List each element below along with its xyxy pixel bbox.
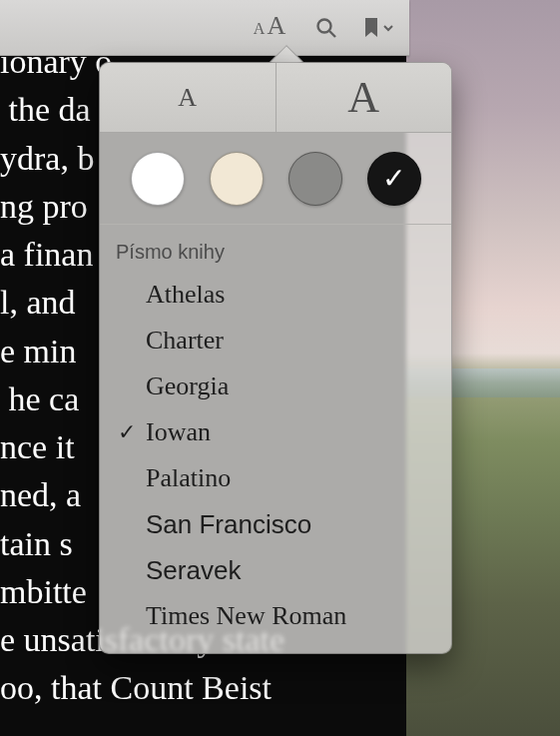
font-item-san-francisco[interactable]: San Francisco <box>100 501 451 547</box>
theme-swatch-white[interactable] <box>131 152 185 206</box>
font-item-charter[interactable]: Charter <box>100 318 451 364</box>
font-section: Písmo knihy AthelasCharterGeorgia✓IowanP… <box>100 225 451 653</box>
reader-toolbar: AA <box>0 0 409 56</box>
theme-row: ✓ <box>100 133 451 225</box>
font-section-header: Písmo knihy <box>100 235 451 272</box>
font-item-iowan[interactable]: ✓Iowan <box>100 409 451 455</box>
bookmark-icon <box>362 16 380 40</box>
font-item-label: San Francisco <box>146 509 311 540</box>
font-item-georgia[interactable]: Georgia <box>100 364 451 409</box>
svg-point-0 <box>318 19 331 32</box>
checkmark-icon: ✓ <box>382 165 405 193</box>
font-item-label: Charter <box>146 326 224 356</box>
font-size-row: A A <box>100 63 451 133</box>
font-item-label: Palatino <box>146 463 231 493</box>
svg-line-1 <box>329 31 335 37</box>
font-item-label: Georgia <box>146 371 229 401</box>
big-a-icon: A <box>267 11 285 41</box>
theme-swatch-sepia[interactable] <box>210 152 264 206</box>
theme-swatch-gray[interactable] <box>288 152 342 206</box>
font-item-athelas[interactable]: Athelas <box>100 272 451 318</box>
font-item-seravek[interactable]: Seravek <box>100 547 451 593</box>
chevron-down-icon <box>382 22 394 34</box>
font-item-label: Times New Roman <box>146 601 346 631</box>
font-item-label: Iowan <box>146 417 211 447</box>
search-button[interactable] <box>309 11 343 45</box>
font-item-times-new-roman[interactable]: Times New Roman <box>100 593 451 639</box>
appearance-popover: A A ✓ Písmo knihy AthelasCharterGeorgia✓… <box>99 62 452 654</box>
font-item-palatino[interactable]: Palatino <box>100 455 451 501</box>
search-icon <box>314 16 338 40</box>
checkmark-icon: ✓ <box>118 419 146 445</box>
decrease-font-size-button[interactable]: A <box>100 63 276 132</box>
theme-swatch-black[interactable]: ✓ <box>367 152 421 206</box>
small-a-icon: A <box>254 20 266 38</box>
font-item-label: Seravek <box>146 555 241 586</box>
bookmark-button[interactable] <box>361 11 395 45</box>
font-item-label: Athelas <box>146 280 225 310</box>
increase-font-size-button[interactable]: A <box>276 63 452 132</box>
appearance-button[interactable]: AA <box>248 11 291 45</box>
